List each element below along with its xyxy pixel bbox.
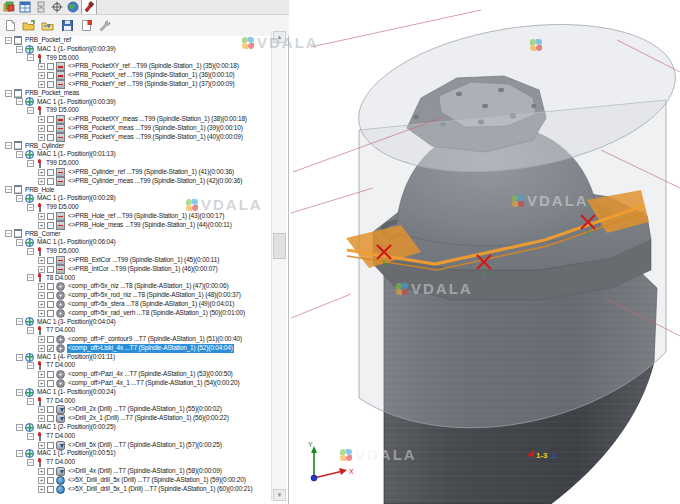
- tree-row-label[interactable]: T7 D4.000: [45, 458, 76, 467]
- collapse-icon[interactable]: –: [27, 160, 34, 167]
- tree-row-label[interactable]: <comp_off>Liski_4x ...T7 (Spindle-AStati…: [67, 344, 234, 353]
- collapse-icon[interactable]: –: [27, 433, 34, 440]
- operation-checkbox[interactable]: [47, 406, 54, 413]
- tree-row[interactable]: –MAC 1 (1- Position)(0:01:13): [0, 150, 271, 159]
- collapse-icon[interactable]: –: [27, 398, 34, 405]
- tree-row-label[interactable]: MAC 1 (1- Position)(0:00:39): [36, 45, 117, 54]
- tab-link[interactable]: [33, 0, 49, 14]
- tree-row-label[interactable]: <comp_off>Pazi_4x_1 ...T7 (Spindle-AStat…: [67, 379, 241, 388]
- tree-row-label[interactable]: MAC 1 (1- Position)(0:01:13): [36, 150, 117, 159]
- operation-checkbox[interactable]: [47, 380, 54, 387]
- tree-row-label[interactable]: <>PRB_Hole_ref ...T99 (Spindle-Station_1…: [67, 212, 225, 221]
- operation-checkbox[interactable]: [47, 301, 54, 308]
- collapse-icon[interactable]: –: [16, 389, 23, 396]
- collapse-icon[interactable]: –: [5, 186, 12, 193]
- tree-row[interactable]: +<>Drill_4x (Drill) ...T7 (Spindle-AStat…: [0, 467, 271, 476]
- tree-row[interactable]: –T7 D4.000: [0, 397, 271, 406]
- tree-row-label[interactable]: <comp_off>F_contour9 ...T7 (Spindle-ASta…: [67, 335, 243, 344]
- operation-checkbox[interactable]: [47, 415, 54, 422]
- collapse-icon[interactable]: –: [27, 248, 34, 255]
- tree-row[interactable]: –T99 D5.000: [0, 247, 271, 256]
- open-template-button[interactable]: [40, 18, 56, 34]
- tab-cam-tool[interactable]: [81, 0, 97, 14]
- operation-checkbox[interactable]: [47, 442, 54, 449]
- expand-icon[interactable]: +: [38, 371, 45, 378]
- expand-icon[interactable]: +: [38, 178, 45, 185]
- tree-row[interactable]: –T8 D4.000: [0, 274, 271, 283]
- expand-icon[interactable]: +: [38, 442, 45, 449]
- tree-row[interactable]: +<>PRB_IntCor ...T99 (Spindle-Station_1)…: [0, 265, 271, 274]
- expand-icon[interactable]: +: [38, 169, 45, 176]
- scroll-thumb[interactable]: [273, 233, 286, 259]
- tree-row-label[interactable]: <>PRB_PocketX_meas ...T99 (Spindle-Stati…: [67, 124, 244, 133]
- collapse-icon[interactable]: –: [5, 37, 12, 44]
- tree-row[interactable]: +<comp_off>5x_sfera ...T8 (Spindle-AStat…: [0, 300, 271, 309]
- expand-icon[interactable]: +: [38, 486, 45, 493]
- scroll-down-icon[interactable]: ▼: [273, 489, 286, 501]
- collapse-icon[interactable]: –: [16, 318, 23, 325]
- expand-icon[interactable]: +: [38, 415, 45, 422]
- operation-checkbox[interactable]: [47, 178, 54, 185]
- tree-row-label[interactable]: T7 D4.000: [45, 361, 76, 370]
- expand-icon[interactable]: +: [38, 292, 45, 299]
- tree-row-label[interactable]: T99 D5.000: [45, 203, 79, 212]
- tree-row[interactable]: +<>PRB_Cylinder_ref ...T99 (Spindle-Stat…: [0, 168, 271, 177]
- tree-row[interactable]: –MAC 1 (1- Position)(0:00:51): [0, 449, 271, 458]
- collapse-icon[interactable]: –: [27, 54, 34, 61]
- tree-row[interactable]: –PRB_Pocket_ref: [0, 36, 271, 45]
- collapse-icon[interactable]: –: [16, 195, 23, 202]
- tree-row-label[interactable]: MAC 1 (2- Position)(0:00:25): [36, 423, 117, 432]
- tree-row[interactable]: +<>PRB_PocketXY_ref ...T99 (Spindle-Stat…: [0, 62, 271, 71]
- expand-icon[interactable]: +: [38, 72, 45, 79]
- tree-row[interactable]: +<comp_off>5x_niz ...T8 (Spindle-AStatio…: [0, 282, 271, 291]
- tree-row[interactable]: +<>PRB_PocketY_ref ...T99 (Spindle-Stati…: [0, 80, 271, 89]
- expand-icon[interactable]: +: [38, 81, 45, 88]
- tree-row-label[interactable]: T99 D5.000: [45, 106, 79, 115]
- collapse-icon[interactable]: –: [5, 230, 12, 237]
- tree-row[interactable]: –T99 D5.000: [0, 106, 271, 115]
- tree-row[interactable]: +✓<comp_off>Liski_4x ...T7 (Spindle-ASta…: [0, 344, 271, 353]
- expand-icon[interactable]: +: [38, 257, 45, 264]
- graphics-viewport[interactable]: Y X 1-3 z: [289, 0, 680, 504]
- expand-icon[interactable]: +: [38, 406, 45, 413]
- tree-row[interactable]: –T99 D5.000: [0, 159, 271, 168]
- operation-checkbox[interactable]: [47, 477, 54, 484]
- operation-checkbox[interactable]: [47, 257, 54, 264]
- collapse-icon[interactable]: –: [27, 362, 34, 369]
- tree-row-label[interactable]: PRB_Corner: [24, 230, 61, 239]
- tree-row[interactable]: +<>PRB_PocketXY_meas ...T99 (Spindle-Sta…: [0, 115, 271, 124]
- collapse-icon[interactable]: –: [27, 204, 34, 211]
- tree-row-label[interactable]: <>Drill_2x (Drill) ...T7 (Spindle-AStati…: [67, 405, 223, 414]
- tree-row[interactable]: –MAC 1 (1- Position)(0:00:28): [0, 194, 271, 203]
- tree-row-label[interactable]: PRB_Hole: [24, 186, 55, 195]
- tree-row-label[interactable]: <>PRB_IntCor ...T99 (Spindle-Station_1) …: [67, 265, 219, 274]
- tree-row-label[interactable]: <>PRB_PocketY_ref ...T99 (Spindle-Statio…: [67, 80, 236, 89]
- tree-row-label[interactable]: <comp_off>5x_sfera ...T8 (Spindle-AStati…: [67, 300, 235, 309]
- tree-row[interactable]: +<>PRB_Cylinder_meas ...T99 (Spindle-Sta…: [0, 177, 271, 186]
- save-button[interactable]: [59, 18, 75, 34]
- tree-row-label[interactable]: <>5X_Drill_drill_5x_1 (Drill) ...T7 (Spi…: [67, 485, 254, 494]
- tree-row[interactable]: +<>Drill_2x_1 (Drill) ...T7 (Spindle-ASt…: [0, 414, 271, 423]
- expand-icon[interactable]: +: [38, 336, 45, 343]
- tree-row[interactable]: +<comp_off>Pazi_4x ...T7 (Spindle-AStati…: [0, 370, 271, 379]
- expand-icon[interactable]: +: [38, 477, 45, 484]
- tree-row-label[interactable]: T7 D4.000: [45, 432, 76, 441]
- tree-row-label[interactable]: <>PRB_PocketXY_ref ...T99 (Spindle-Stati…: [67, 62, 240, 71]
- tree-row[interactable]: +<>Drill_2x (Drill) ...T7 (Spindle-AStat…: [0, 405, 271, 414]
- tab-app[interactable]: [1, 0, 17, 14]
- settings-button[interactable]: [97, 18, 113, 34]
- tree-row-label[interactable]: <>PRB_ExtCor ...T99 (Spindle-Station_1) …: [67, 256, 220, 265]
- expand-icon[interactable]: +: [38, 222, 45, 229]
- tree-row[interactable]: +<comp_off>5x_rad_verh ...T8 (Spindle-AS…: [0, 309, 271, 318]
- operation-checkbox[interactable]: ✓: [47, 345, 54, 352]
- tree-row[interactable]: +<>PRB_Hole_ref ...T99 (Spindle-Station_…: [0, 212, 271, 221]
- operation-checkbox[interactable]: [47, 63, 54, 70]
- tree-row[interactable]: –T7 D4.000: [0, 432, 271, 441]
- tree-row[interactable]: –PRB_Hole: [0, 186, 271, 195]
- collapse-icon[interactable]: –: [16, 354, 23, 361]
- tree-row-label[interactable]: MAC 1 (1- Position)(0:00:24): [36, 388, 117, 397]
- operation-tree[interactable]: –PRB_Pocket_ref–MAC 1 (1- Position)(0:00…: [0, 36, 271, 504]
- collapse-icon[interactable]: –: [16, 424, 23, 431]
- tree-row[interactable]: +<>PRB_PocketY_meas ...T99 (Spindle-Stat…: [0, 133, 271, 142]
- tree-row[interactable]: –MAC 1 (1- Position)(0:00:24): [0, 388, 271, 397]
